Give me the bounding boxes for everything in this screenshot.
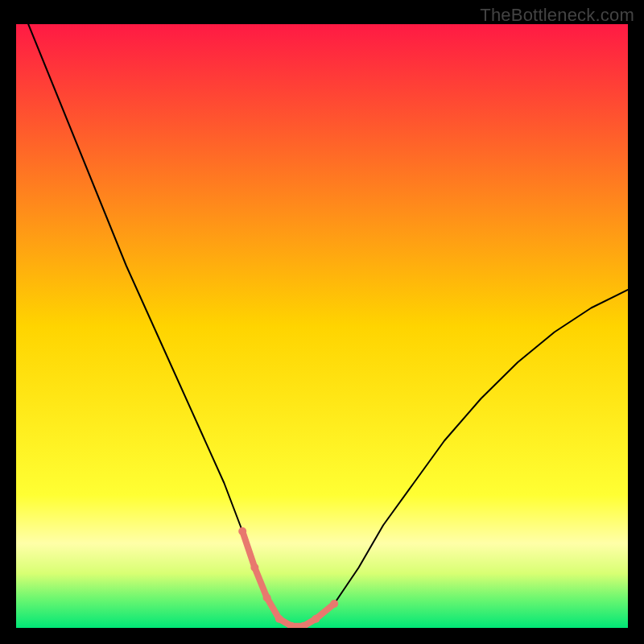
minimum-marker-dot — [238, 527, 246, 535]
minimum-marker-dot — [275, 615, 283, 623]
minimum-marker-dot — [312, 615, 320, 623]
minimum-marker-dot — [263, 594, 271, 602]
minimum-marker-dot — [330, 600, 338, 608]
chart-plot — [16, 24, 628, 628]
chart-svg — [16, 24, 628, 628]
chart-background — [16, 24, 628, 628]
watermark-label: TheBottleneck.com — [480, 5, 634, 26]
minimum-marker-dot — [250, 564, 258, 572]
chart-frame: TheBottleneck.com — [0, 0, 644, 644]
